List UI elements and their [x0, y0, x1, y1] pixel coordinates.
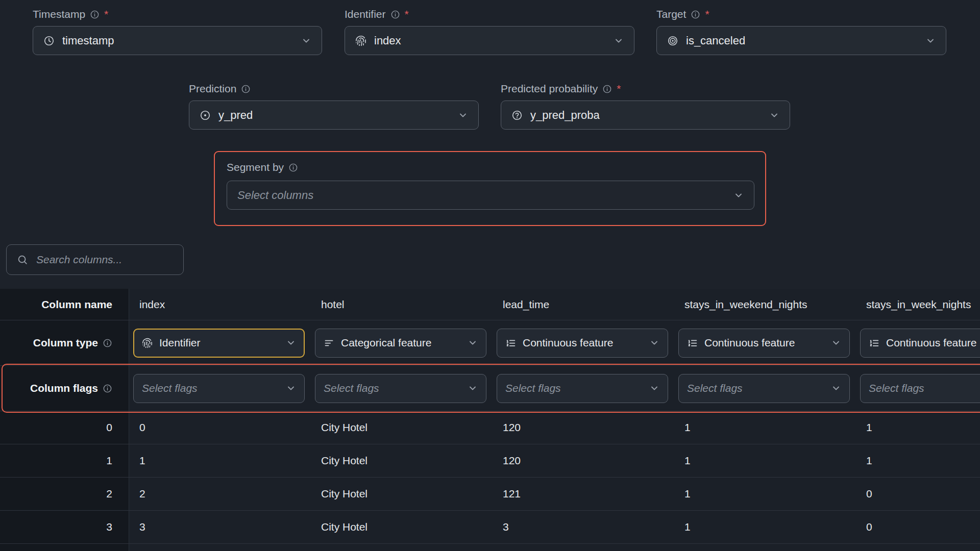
numbered-list-icon [505, 338, 516, 348]
target-label: Target * [656, 7, 946, 22]
column-header-index: index [129, 289, 311, 320]
cell: 0 [129, 411, 311, 444]
question-circle-icon [511, 110, 523, 121]
column-flags-header-text: Column flags [30, 382, 98, 394]
chevron-down-icon [649, 338, 659, 348]
chevron-down-icon [286, 338, 296, 348]
column-header-stays-week: stays_in_week_nights [856, 289, 980, 320]
cell: 120 [493, 444, 674, 477]
chevron-down-icon [301, 36, 311, 46]
chevron-down-icon [733, 190, 744, 201]
cell: 2 [129, 478, 311, 510]
predicted-probability-fieldgroup: Predicted probability * y_pred_proba [501, 81, 790, 130]
column-type-select-hotel[interactable]: Categorical feature [315, 329, 486, 358]
chevron-down-icon [649, 383, 659, 393]
column-header-hotel: hotel [311, 289, 493, 320]
cell: 3 [493, 511, 674, 543]
info-icon[interactable] [288, 163, 298, 172]
prediction-label: Prediction [189, 81, 479, 96]
column-type-select-stays-weekend[interactable]: Continuous feature [678, 329, 850, 358]
dataset-mapping-page: Timestamp * timestamp Identifier * index… [0, 0, 980, 551]
row-index: 2 [0, 478, 129, 510]
categorical-icon [324, 338, 334, 348]
column-flags-select-stays-weekend[interactable]: Select flags [678, 374, 850, 403]
table-row: 3 3 City Hotel 3 1 0 [0, 511, 980, 544]
segment-by-label: Segment by [227, 160, 765, 175]
search-columns-input[interactable] [35, 253, 173, 266]
target-select[interactable]: is_canceled [656, 26, 946, 55]
circle-dot-icon [200, 110, 211, 121]
columns-table: Column name index hotel lead_time stays_… [0, 289, 980, 551]
fingerprint-icon [142, 338, 153, 348]
timestamp-label: Timestamp * [33, 7, 322, 22]
info-icon[interactable] [390, 10, 400, 19]
prediction-select[interactable]: y_pred [189, 101, 479, 130]
column-header-stays-weekend: stays_in_weekend_nights [674, 289, 856, 320]
chevron-down-icon [925, 36, 936, 46]
cell: 1 [674, 444, 856, 477]
column-flags-row: Column flags Select flags Select flags S… [0, 366, 980, 411]
search-icon [17, 254, 28, 265]
cell: 0 [856, 478, 980, 510]
info-icon[interactable] [103, 384, 112, 393]
cell: 0 [856, 511, 980, 543]
column-type-header: Column type [0, 320, 129, 365]
numbered-list-icon [869, 338, 879, 348]
column-header-lead-time: lead_time [493, 289, 674, 320]
table-row-partial [0, 544, 980, 551]
row-index: 0 [0, 411, 129, 444]
segment-by-label-text: Segment by [227, 161, 284, 173]
table-row: 0 0 City Hotel 120 1 1 [0, 411, 980, 444]
cell: 1 [856, 411, 980, 444]
column-type-select-index[interactable]: Identifier [133, 329, 305, 358]
info-icon[interactable] [691, 10, 700, 19]
required-marker: * [705, 8, 709, 20]
identifier-label-text: Identifier [345, 8, 386, 20]
chevron-down-icon [831, 338, 841, 348]
timestamp-fieldgroup: Timestamp * timestamp [33, 7, 322, 55]
target-icon [667, 35, 678, 46]
info-icon[interactable] [90, 10, 100, 19]
required-marker: * [405, 8, 409, 20]
predicted-probability-selected-value: y_pred_proba [530, 109, 600, 122]
predicted-probability-select[interactable]: y_pred_proba [501, 101, 790, 130]
column-type-select-stays-week[interactable]: Continuous feature [860, 329, 980, 358]
predicted-probability-label-text: Predicted probability [501, 83, 598, 95]
column-name-header: Column name [0, 289, 129, 320]
required-marker: * [104, 8, 108, 20]
target-fieldgroup: Target * is_canceled [656, 7, 946, 55]
predicted-probability-label: Predicted probability * [501, 81, 790, 96]
column-flags-select-index[interactable]: Select flags [133, 374, 305, 403]
timestamp-label-text: Timestamp [33, 8, 85, 20]
prediction-label-text: Prediction [189, 83, 236, 95]
table-row: 1 1 City Hotel 120 1 1 [0, 444, 980, 478]
segment-by-highlight: Segment by Select columns [214, 151, 766, 226]
timestamp-select[interactable]: timestamp [33, 26, 322, 55]
cell: City Hotel [311, 411, 493, 444]
segment-by-placeholder: Select columns [237, 189, 313, 202]
info-icon[interactable] [602, 84, 612, 94]
cell: 1 [674, 411, 856, 444]
column-type-select-lead-time[interactable]: Continuous feature [497, 329, 668, 358]
timestamp-selected-value: timestamp [62, 34, 114, 47]
cell: City Hotel [311, 511, 493, 543]
info-icon[interactable] [241, 84, 251, 94]
fingerprint-icon [355, 35, 366, 46]
target-label-text: Target [656, 8, 686, 20]
search-columns-box [6, 244, 184, 275]
cell: 1 [129, 444, 311, 477]
segment-by-select[interactable]: Select columns [227, 181, 754, 210]
row-index: 3 [0, 511, 129, 543]
info-icon[interactable] [103, 338, 112, 348]
identifier-label: Identifier * [345, 7, 634, 22]
column-flags-select-lead-time[interactable]: Select flags [497, 374, 668, 403]
chevron-down-icon [468, 383, 478, 393]
identifier-selected-value: index [374, 34, 401, 47]
chevron-down-icon [614, 36, 624, 46]
column-flags-select-hotel[interactable]: Select flags [315, 374, 486, 403]
clock-icon [43, 35, 55, 46]
column-flags-select-stays-week[interactable]: Select flags [860, 374, 980, 403]
prediction-fieldgroup: Prediction y_pred [189, 81, 479, 130]
cell: City Hotel [311, 444, 493, 477]
identifier-select[interactable]: index [345, 26, 634, 55]
